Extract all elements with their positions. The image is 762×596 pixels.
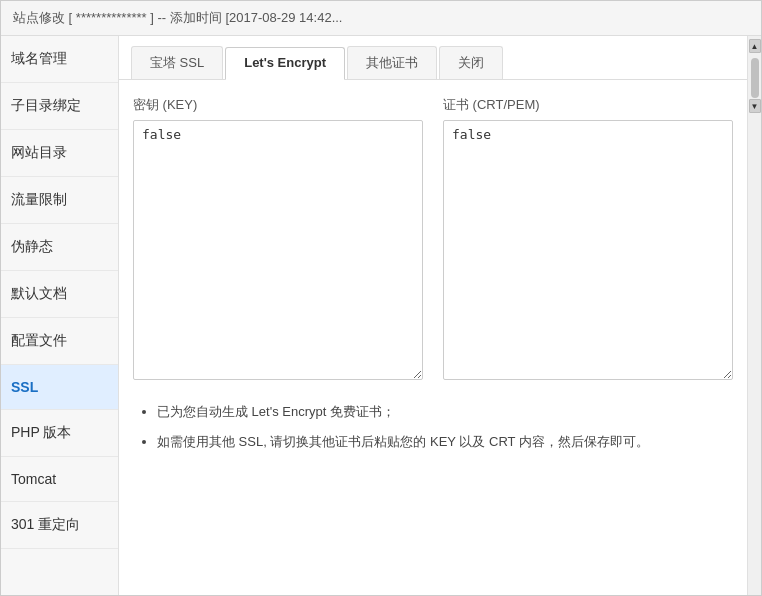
- sidebar-item-ssl[interactable]: SSL: [1, 365, 118, 410]
- scroll-down-button[interactable]: ▼: [749, 99, 761, 113]
- sidebar-item-pseudo[interactable]: 伪静态: [1, 224, 118, 271]
- cert-section: 密钥 (KEY) 证书 (CRT/PEM): [133, 96, 733, 383]
- info-list-item: 已为您自动生成 Let's Encrypt 免费证书；: [157, 399, 733, 425]
- sidebar-item-redirect[interactable]: 301 重定向: [1, 502, 118, 549]
- info-list: 已为您自动生成 Let's Encrypt 免费证书；如需使用其他 SSL, 请…: [133, 399, 733, 455]
- cert-field: 证书 (CRT/PEM): [443, 96, 733, 383]
- sidebar-item-config[interactable]: 配置文件: [1, 318, 118, 365]
- scroll-up-button[interactable]: ▲: [749, 39, 761, 53]
- content-area: 宝塔 SSLLet's Encrypt其他证书关闭 密钥 (KEY) 证书 (C…: [119, 36, 747, 595]
- cert-textarea[interactable]: [443, 120, 733, 380]
- sidebar-item-tomcat[interactable]: Tomcat: [1, 457, 118, 502]
- sidebar: 域名管理子目录绑定网站目录流量限制伪静态默认文档配置文件SSLPHP 版本Tom…: [1, 36, 119, 595]
- scroll-thumb[interactable]: [751, 58, 759, 98]
- title-bar: 站点修改 [ ************** ] -- 添加时间 [2017-08…: [1, 1, 761, 36]
- tab-other-cert[interactable]: 其他证书: [347, 46, 437, 79]
- info-list-item: 如需使用其他 SSL, 请切换其他证书后粘贴您的 KEY 以及 CRT 内容，然…: [157, 429, 733, 455]
- key-field: 密钥 (KEY): [133, 96, 423, 383]
- sidebar-item-php[interactable]: PHP 版本: [1, 410, 118, 457]
- title-text: 站点修改 [ ************** ] -- 添加时间 [2017-08…: [13, 10, 342, 25]
- tab-bar: 宝塔 SSLLet's Encrypt其他证书关闭: [119, 36, 747, 80]
- cert-label: 证书 (CRT/PEM): [443, 96, 733, 114]
- tab-content: 密钥 (KEY) 证书 (CRT/PEM) 已为您自动生成 Let's Encr…: [119, 80, 747, 595]
- tab-close[interactable]: 关闭: [439, 46, 503, 79]
- sidebar-item-traffic[interactable]: 流量限制: [1, 177, 118, 224]
- sidebar-item-domain[interactable]: 域名管理: [1, 36, 118, 83]
- main-window: 站点修改 [ ************** ] -- 添加时间 [2017-08…: [0, 0, 762, 596]
- key-textarea[interactable]: [133, 120, 423, 380]
- tab-lets-encrypt[interactable]: Let's Encrypt: [225, 47, 345, 80]
- key-label: 密钥 (KEY): [133, 96, 423, 114]
- sidebar-item-subdir[interactable]: 子目录绑定: [1, 83, 118, 130]
- sidebar-item-webroot[interactable]: 网站目录: [1, 130, 118, 177]
- sidebar-item-default-doc[interactable]: 默认文档: [1, 271, 118, 318]
- tab-baota-ssl[interactable]: 宝塔 SSL: [131, 46, 223, 79]
- scrollbar: ▲ ▼: [747, 36, 761, 595]
